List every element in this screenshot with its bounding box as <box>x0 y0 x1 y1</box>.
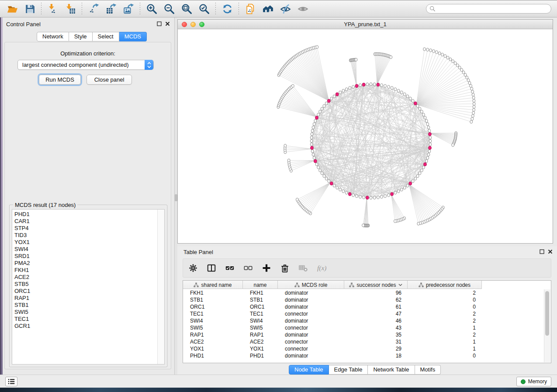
tab-motifs[interactable]: Motifs <box>415 365 441 375</box>
graph-node[interactable] <box>323 104 325 107</box>
optimization-criterion-select[interactable]: largest connected component (undirected) <box>17 60 154 70</box>
graph-node[interactable] <box>421 110 423 113</box>
graph-node[interactable] <box>412 100 414 103</box>
graph-node[interactable] <box>342 190 345 193</box>
graph-node[interactable] <box>472 114 474 117</box>
clone-network-button[interactable] <box>242 1 259 16</box>
graph-node[interactable] <box>394 88 397 91</box>
graph-node[interactable] <box>292 84 294 87</box>
graph-node[interactable] <box>339 188 342 191</box>
graph-hub-node[interactable] <box>377 83 380 86</box>
graph-node[interactable] <box>452 60 454 63</box>
mcds-result-item[interactable]: SRD1 <box>14 253 156 260</box>
network-canvas[interactable] <box>178 29 553 243</box>
graph-node[interactable] <box>363 196 365 199</box>
graph-node[interactable] <box>426 156 429 159</box>
graph-node[interactable] <box>377 196 380 199</box>
list-scrollbar[interactable] <box>157 210 164 364</box>
graph-node[interactable] <box>425 160 428 163</box>
graph-node[interactable] <box>472 93 474 96</box>
graph-node[interactable] <box>424 116 426 119</box>
graph-node[interactable] <box>428 129 431 132</box>
graph-node[interactable] <box>470 84 472 87</box>
graph-node[interactable] <box>422 113 425 116</box>
table-row[interactable]: YOX1YOX1connector291 <box>183 345 544 352</box>
graph-node[interactable] <box>403 186 406 189</box>
graph-node[interactable] <box>394 220 397 223</box>
graph-node[interactable] <box>330 97 333 100</box>
graph-node[interactable] <box>473 105 475 108</box>
close-panel-icon[interactable] <box>165 21 170 26</box>
zoom-selected-button[interactable] <box>195 1 213 16</box>
graph-node[interactable] <box>406 95 409 98</box>
graph-node[interactable] <box>384 84 387 87</box>
deselect-all-checkboxes-button[interactable] <box>242 262 254 274</box>
float-table-panel-icon[interactable] <box>540 249 544 254</box>
graph-node[interactable] <box>401 91 403 94</box>
show-all-houses-button[interactable] <box>259 1 277 16</box>
graph-node[interactable] <box>473 108 475 111</box>
graph-node[interactable] <box>425 119 428 122</box>
graph-node[interactable] <box>373 83 376 86</box>
tab-network-table[interactable]: Network Table <box>368 365 415 375</box>
graph-hub-node[interactable] <box>327 99 330 103</box>
graph-node[interactable] <box>323 175 325 178</box>
graph-node[interactable] <box>472 111 475 114</box>
graph-node[interactable] <box>339 91 342 94</box>
graph-node[interactable] <box>355 58 357 61</box>
column-header-successor-nodes[interactable]: successor nodes <box>344 281 408 289</box>
mcds-result-item[interactable]: CAR1 <box>14 218 156 225</box>
graph-node[interactable] <box>333 95 336 98</box>
table-row[interactable]: SWI5SWI5connector431 <box>183 324 544 331</box>
mcds-result-item[interactable]: YOX1 <box>14 239 156 246</box>
graph-node[interactable] <box>473 99 475 102</box>
graph-node[interactable] <box>416 104 419 107</box>
column-header-name[interactable]: name <box>243 281 278 289</box>
graph-hub-node[interactable] <box>409 182 412 185</box>
graph-node[interactable] <box>412 179 414 182</box>
graph-node[interactable] <box>471 90 474 93</box>
graph-node[interactable] <box>287 159 290 162</box>
graph-node[interactable] <box>336 186 339 189</box>
graph-node[interactable] <box>373 196 376 199</box>
graph-node[interactable] <box>397 190 400 193</box>
graph-node[interactable] <box>473 102 475 105</box>
save-session-button[interactable] <box>21 1 38 16</box>
graph-node[interactable] <box>427 126 430 129</box>
settings-gear-button[interactable] <box>187 262 199 274</box>
graph-node[interactable] <box>370 83 372 86</box>
graph-node[interactable] <box>472 96 475 99</box>
mcds-result-item[interactable]: TID3 <box>14 232 156 239</box>
graph-node[interactable] <box>421 169 423 172</box>
graph-hub-node[interactable] <box>429 146 432 150</box>
graph-hub-node[interactable] <box>314 159 317 163</box>
table-row[interactable]: FKH1FKH1dominator962 <box>183 289 544 296</box>
graph-node[interactable] <box>419 107 421 110</box>
graph-hub-node[interactable] <box>424 163 427 166</box>
graph-node[interactable] <box>397 89 400 92</box>
table-row[interactable]: ACE2ACE2connector311 <box>183 338 544 345</box>
mcds-result-item[interactable]: STB1 <box>14 302 156 309</box>
tab-style[interactable]: Style <box>69 32 93 41</box>
mcds-result-item[interactable]: STP4 <box>14 225 156 232</box>
graph-node[interactable] <box>417 222 420 225</box>
memory-button[interactable]: Memory <box>516 377 551 386</box>
graph-node[interactable] <box>432 50 435 53</box>
float-panel-icon[interactable] <box>157 21 162 26</box>
graph-node[interactable] <box>359 195 362 198</box>
zoom-fit-button[interactable] <box>178 1 195 16</box>
graph-node[interactable] <box>345 88 348 91</box>
graph-node[interactable] <box>311 133 313 136</box>
select-all-checkboxes-button[interactable] <box>224 262 235 274</box>
mcds-result-item[interactable]: STB5 <box>14 281 156 288</box>
graph-node[interactable] <box>314 119 317 122</box>
graph-node[interactable] <box>317 166 320 169</box>
mcds-result-item[interactable]: PHD1 <box>14 211 156 218</box>
export-image-button[interactable] <box>120 1 137 16</box>
mcds-result-item[interactable]: SWI4 <box>14 246 156 253</box>
graph-hub-node[interactable] <box>414 102 417 105</box>
graph-hub-node[interactable] <box>362 83 365 86</box>
mcds-result-item[interactable]: ACE2 <box>14 274 156 281</box>
add-plus-button[interactable] <box>261 262 272 274</box>
hide-selected-eye-slash-button[interactable] <box>277 1 294 16</box>
